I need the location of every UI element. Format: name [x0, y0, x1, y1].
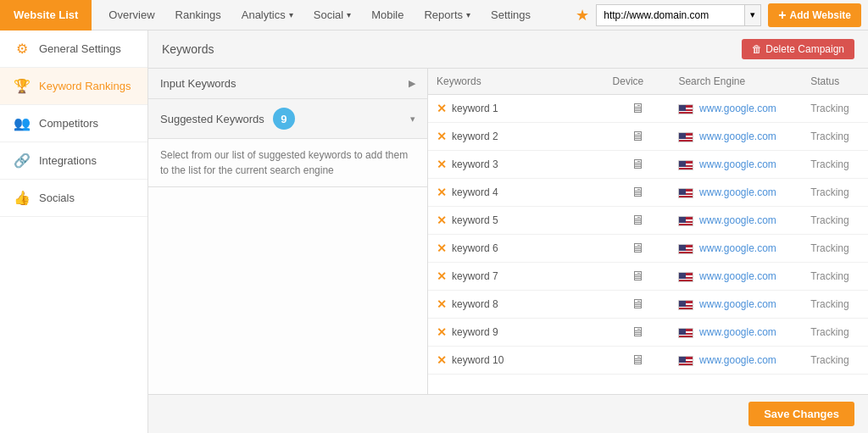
us-flag-icon	[678, 356, 693, 366]
status-text: Tracking	[810, 354, 849, 366]
desktop-icon: 🖥	[631, 269, 644, 283]
engine-link[interactable]: www.google.com	[699, 186, 776, 198]
remove-keyword-icon[interactable]: ✕	[437, 130, 447, 143]
add-website-button[interactable]: + Add Website	[768, 3, 861, 27]
two-panel: Input Keywords ▶ Suggested Keywords 9 ▾ …	[148, 69, 868, 394]
desktop-icon: 🖥	[631, 213, 644, 227]
remove-keyword-icon[interactable]: ✕	[437, 353, 447, 367]
nav-rankings[interactable]: Rankings	[165, 0, 231, 31]
nav-overview[interactable]: Overview	[98, 0, 164, 31]
device-column-header: Device	[604, 69, 670, 95]
engine-cell: www.google.com	[670, 263, 802, 291]
engine-cell: www.google.com	[670, 151, 802, 179]
us-flag-icon	[678, 188, 693, 198]
engine-link[interactable]: www.google.com	[699, 103, 776, 114]
suggested-keywords-header[interactable]: Suggested Keywords 9 ▾	[148, 99, 427, 139]
status-cell: Tracking	[802, 179, 868, 207]
nav-analytics[interactable]: Analytics ▾	[231, 0, 303, 31]
remove-keyword-icon[interactable]: ✕	[437, 214, 447, 227]
sidebar-item-competitors[interactable]: 👥 Competitors	[0, 105, 147, 142]
status-cell: Tracking	[802, 347, 868, 375]
delete-campaign-button[interactable]: 🗑 Delete Campaign	[742, 39, 854, 59]
page-title: Keywords	[162, 42, 214, 56]
save-changes-button[interactable]: Save Changes	[748, 402, 854, 426]
trophy-icon: 🏆	[14, 78, 31, 94]
desktop-icon: 🖥	[631, 241, 644, 255]
competitors-icon: 👥	[14, 115, 31, 131]
keywords-column-header: Keywords	[428, 69, 604, 95]
url-input[interactable]	[596, 4, 744, 26]
favorite-icon[interactable]: ★	[576, 6, 589, 25]
keyword-cell: ✕ keyword 1	[428, 95, 604, 123]
nav-mobile[interactable]: Mobile	[361, 0, 414, 31]
status-cell: Tracking	[802, 263, 868, 291]
engine-link[interactable]: www.google.com	[699, 214, 776, 226]
status-column-header: Status	[802, 69, 868, 95]
table-row: ✕ keyword 2 🖥 www.google.com Tracking	[428, 123, 868, 151]
sidebar-label: General Settings	[39, 42, 121, 55]
us-flag-icon	[678, 244, 693, 254]
nav-settings[interactable]: Settings	[481, 0, 541, 31]
engine-link[interactable]: www.google.com	[699, 130, 776, 142]
keyword-text: keyword 8	[452, 298, 498, 310]
sidebar-item-keyword-rankings[interactable]: 🏆 Keyword Rankings	[0, 68, 147, 105]
status-text: Tracking	[810, 214, 849, 226]
table-row: ✕ keyword 8 🖥 www.google.com Tracking	[428, 291, 868, 319]
engine-link[interactable]: www.google.com	[699, 326, 776, 338]
suggested-dropdown-arrow: ▾	[410, 114, 415, 125]
remove-keyword-icon[interactable]: ✕	[437, 158, 447, 171]
engine-link[interactable]: www.google.com	[699, 242, 776, 254]
us-flag-icon	[678, 272, 693, 282]
main-layout: ⚙ General Settings 🏆 Keyword Rankings 👥 …	[0, 31, 868, 433]
engine-cell: www.google.com	[670, 123, 802, 151]
status-cell: Tracking	[802, 207, 868, 235]
remove-keyword-icon[interactable]: ✕	[437, 241, 447, 255]
input-keywords-header[interactable]: Input Keywords ▶	[148, 69, 427, 98]
social-dropdown-arrow: ▾	[347, 10, 351, 19]
input-keywords-arrow: ▶	[409, 78, 415, 89]
keyword-text: keyword 6	[452, 242, 498, 254]
keyword-cell: ✕ keyword 4	[428, 179, 604, 207]
status-text: Tracking	[810, 103, 849, 114]
engine-link[interactable]: www.google.com	[699, 298, 776, 310]
sidebar-item-socials[interactable]: 👍 Socials	[0, 180, 147, 217]
plus-icon: +	[778, 8, 786, 23]
nav-reports[interactable]: Reports ▾	[414, 0, 481, 31]
sidebar-item-integrations[interactable]: 🔗 Integrations	[0, 142, 147, 180]
keywords-table: Keywords Device Search Engine Status	[428, 69, 868, 375]
keyword-text: keyword 2	[452, 130, 498, 142]
sidebar-label: Keyword Rankings	[39, 80, 131, 92]
remove-keyword-icon[interactable]: ✕	[437, 186, 447, 199]
desktop-icon: 🖥	[631, 157, 644, 171]
device-cell: 🖥	[604, 235, 670, 263]
status-text: Tracking	[810, 298, 849, 310]
bottom-bar: Save Changes	[148, 394, 868, 433]
remove-keyword-icon[interactable]: ✕	[437, 269, 447, 283]
keyword-cell: ✕ keyword 3	[428, 151, 604, 179]
sidebar: ⚙ General Settings 🏆 Keyword Rankings 👥 …	[0, 31, 148, 433]
status-text: Tracking	[810, 158, 849, 170]
engine-link[interactable]: www.google.com	[699, 354, 776, 366]
engine-cell: www.google.com	[670, 95, 802, 123]
remove-keyword-icon[interactable]: ✕	[437, 297, 447, 311]
engine-link[interactable]: www.google.com	[699, 158, 776, 170]
table-row: ✕ keyword 4 🖥 www.google.com Tracking	[428, 179, 868, 207]
remove-keyword-icon[interactable]: ✕	[437, 325, 447, 339]
nav-social[interactable]: Social ▾	[303, 0, 361, 31]
status-cell: Tracking	[802, 235, 868, 263]
sidebar-label: Competitors	[39, 117, 98, 130]
status-text: Tracking	[810, 270, 849, 282]
desktop-icon: 🖥	[631, 325, 644, 339]
device-cell: 🖥	[604, 347, 670, 375]
keyword-cell: ✕ keyword 7	[428, 263, 604, 291]
status-cell: Tracking	[802, 291, 868, 319]
url-dropdown-button[interactable]: ▾	[744, 4, 761, 26]
integrations-icon: 🔗	[14, 153, 31, 169]
sidebar-item-general-settings[interactable]: ⚙ General Settings	[0, 31, 147, 68]
us-flag-icon	[678, 328, 693, 338]
engine-cell: www.google.com	[670, 347, 802, 375]
nav-right-section: ★ ▾ + Add Website	[569, 3, 868, 27]
remove-keyword-icon[interactable]: ✕	[437, 102, 447, 115]
engine-link[interactable]: www.google.com	[699, 270, 776, 282]
website-list-button[interactable]: Website List	[0, 0, 92, 31]
